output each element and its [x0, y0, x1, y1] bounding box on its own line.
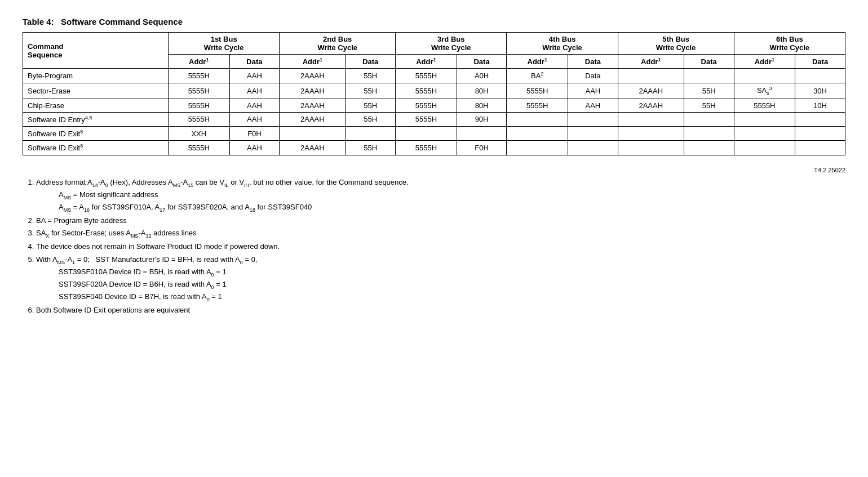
data-cell: AAH [229, 99, 280, 112]
data-cell: 2AAAH [618, 99, 684, 112]
data-cell: 5555H [396, 83, 457, 99]
data-cell [507, 141, 568, 155]
data-cell [734, 69, 795, 83]
col-addr-5: Addr1 [618, 55, 684, 69]
data-cell: 5555H [507, 99, 568, 112]
footnote-5-sub2: SST39SF020A Device ID = B6H, is read wit… [59, 279, 845, 291]
data-cell: 5555H [168, 112, 229, 126]
col-addr-2: Addr1 [280, 55, 346, 69]
data-cell [734, 141, 795, 155]
data-cell: 10H [795, 99, 845, 112]
cmd-cell: Byte-Program [23, 69, 169, 83]
data-cell: 2AAAH [618, 83, 684, 99]
data-cell [684, 126, 734, 140]
col-addr-6: Addr1 [734, 55, 795, 69]
col-header-6th-bus: 6th BusWrite Cycle [734, 33, 845, 55]
command-sequence-table: CommandSequence 1st BusWrite Cycle 2nd B… [23, 32, 845, 155]
col-header-1st-bus: 1st BusWrite Cycle [168, 33, 279, 55]
data-cell: 5555H [396, 112, 457, 126]
page-wrapper: Table 4: Software Command Sequence Comma… [23, 17, 845, 316]
data-cell: AAH [229, 141, 280, 155]
col-header-5th-bus: 5th BusWrite Cycle [618, 33, 734, 55]
data-cell [618, 126, 684, 140]
data-cell [795, 69, 845, 83]
data-cell [795, 126, 845, 140]
data-cell: F0H [457, 141, 507, 155]
data-cell: AAH [229, 69, 280, 83]
table-row: Chip-Erase5555HAAH2AAAH55H5555H80H5555HA… [23, 99, 845, 112]
footnote-6: Both Software ID Exit operations are equ… [36, 305, 845, 316]
data-cell: 90H [457, 112, 507, 126]
data-cell [568, 112, 618, 126]
table-title: Table 4: Software Command Sequence [23, 17, 845, 26]
footnote-4: The device does not remain in Software P… [36, 241, 845, 253]
header-row-1: CommandSequence 1st BusWrite Cycle 2nd B… [23, 33, 845, 55]
data-cell [346, 126, 396, 140]
table-label: Table 4: [23, 17, 54, 26]
cmd-cell: Sector-Erase [23, 83, 169, 99]
data-cell [568, 141, 618, 155]
footnotes-section: Address format A14-A0 (Hex), Addresses A… [23, 177, 845, 316]
col-header-2nd-bus: 2nd BusWrite Cycle [280, 33, 396, 55]
data-cell: AAH [229, 83, 280, 99]
data-cell: 80H [457, 83, 507, 99]
table-row: Software ID Exit65555HAAH2AAAH55H5555HF0… [23, 141, 845, 155]
data-cell [618, 141, 684, 155]
data-cell [568, 126, 618, 140]
data-cell: 5555H [168, 83, 229, 99]
data-cell: 2AAAH [280, 69, 346, 83]
data-cell: 55H [346, 99, 396, 112]
data-cell [734, 112, 795, 126]
data-cell [457, 126, 507, 140]
cmd-cell: Software ID Entry4,5 [23, 112, 169, 126]
data-cell [795, 112, 845, 126]
footnote-2: BA = Program Byte address [36, 215, 845, 227]
data-cell: 5555H [168, 141, 229, 155]
data-cell: 2AAAH [280, 99, 346, 112]
data-cell: 2AAAH [280, 141, 346, 155]
data-cell [280, 126, 346, 140]
data-cell: 55H [346, 83, 396, 99]
data-cell: AAH [568, 99, 618, 112]
data-cell: 55H [346, 112, 396, 126]
data-cell [396, 126, 457, 140]
data-cell [684, 69, 734, 83]
table-row: Byte-Program5555HAAH2AAAH55H5555HA0HBA2D… [23, 69, 845, 83]
data-cell: 5555H [396, 99, 457, 112]
data-cell: 30H [795, 83, 845, 99]
data-cell [795, 141, 845, 155]
cmd-cell: Software ID Exit6 [23, 126, 169, 140]
data-cell: F0H [229, 126, 280, 140]
col-data-5: Data [684, 55, 734, 69]
col-data-3: Data [457, 55, 507, 69]
footnote-5: With AMS-A1 = 0; SST Manufacturer's ID =… [36, 254, 845, 304]
table-text: Software Command Sequence [61, 17, 183, 26]
col-addr-1: Addr1 [168, 55, 229, 69]
footnote-3: SAX for Sector-Erase; uses AMS-A12 addre… [36, 228, 845, 240]
data-cell: 5555H [734, 99, 795, 112]
data-cell [734, 126, 795, 140]
data-cell [618, 69, 684, 83]
data-cell: 80H [457, 99, 507, 112]
footnote-id: T4.2 25022 [23, 167, 845, 173]
data-cell: 55H [346, 141, 396, 155]
footnote-1: Address format A14-A0 (Hex), Addresses A… [36, 177, 845, 214]
cmd-cell: Software ID Exit6 [23, 141, 169, 155]
data-cell: 5555H [396, 141, 457, 155]
col-data-4: Data [568, 55, 618, 69]
data-cell: XXH [168, 126, 229, 140]
data-cell: 55H [684, 99, 734, 112]
col-header-command: CommandSequence [23, 33, 169, 69]
col-data-2: Data [346, 55, 396, 69]
table-row: Software ID Entry4,55555HAAH2AAAH55H5555… [23, 112, 845, 126]
data-cell: Data [568, 69, 618, 83]
data-cell: 5555H [168, 99, 229, 112]
data-cell: 5555H [168, 69, 229, 83]
data-cell: 5555H [396, 69, 457, 83]
table-row: Software ID Exit6XXHF0H [23, 126, 845, 140]
data-cell [507, 112, 568, 126]
footnote-1-sub1: AMS = Most significant address [59, 189, 845, 202]
data-cell: 55H [346, 69, 396, 83]
data-cell: 5555H [507, 83, 568, 99]
col-data-1: Data [229, 55, 280, 69]
